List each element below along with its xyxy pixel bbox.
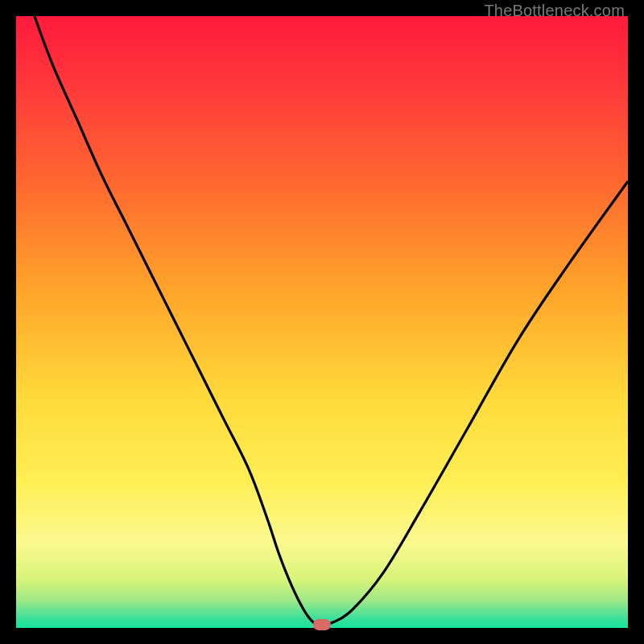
chart-frame bbox=[16, 16, 628, 628]
gradient-background bbox=[16, 16, 628, 628]
watermark-text: TheBottleneck.com bbox=[484, 2, 625, 20]
optimal-point-marker bbox=[313, 619, 331, 630]
